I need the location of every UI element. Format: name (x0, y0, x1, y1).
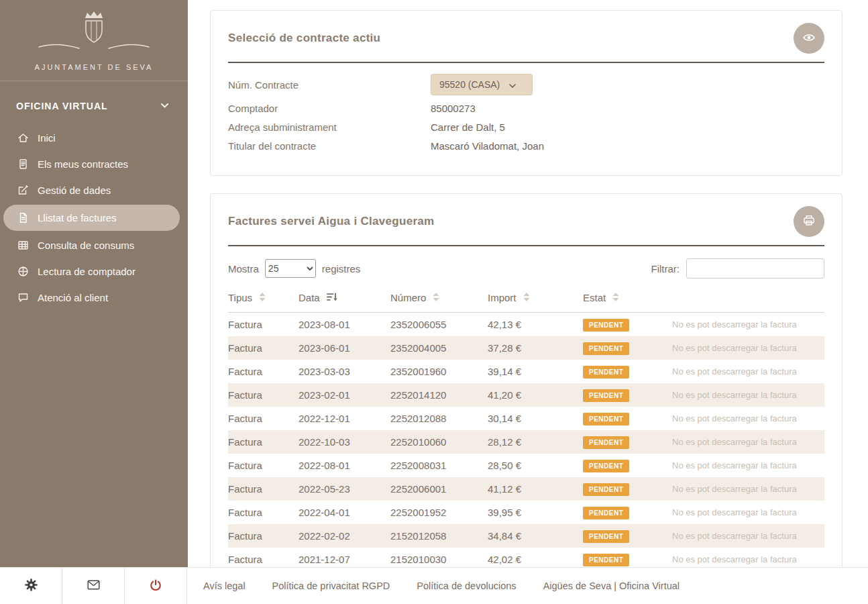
invoice-type-cell: Factura (228, 460, 299, 471)
sort-icon (612, 292, 619, 303)
invoice-type-cell: Factura (228, 507, 299, 518)
sidebar-item-inici[interactable]: Inici (0, 125, 188, 151)
invoice-note-cell: No es pot descarregar la factura (672, 460, 824, 470)
contract-selection-card: Selecció de contracte actiu Núm. Contrac… (210, 10, 843, 176)
sort-icon (259, 292, 266, 303)
sidebar-item-atencio-al-client[interactable]: Atenció al client (0, 285, 188, 311)
sidebar-item-label: Consulta de consums (38, 240, 134, 251)
legal-notice-link[interactable]: Avís legal (203, 581, 246, 591)
invoice-number-cell: 2352001960 (390, 366, 488, 377)
sidebar: AJUNTAMENT DE SEVA OFICINA VIRTUAL Inici (0, 0, 188, 567)
invoice-type-cell: Factura (228, 483, 299, 495)
invoice-number-cell: 2252006001 (390, 483, 488, 495)
sidebar-item-lectura-de-comptador[interactable]: Lectura de comptador (0, 258, 188, 285)
column-label: Estat (583, 292, 606, 303)
settings-button[interactable] (0, 568, 62, 604)
meter-value: 85000273 (431, 103, 476, 114)
invoice-date-cell: 2022-05-23 (299, 483, 390, 495)
invoice-number-cell: 2252014120 (390, 389, 488, 401)
printer-icon (803, 215, 815, 228)
messages-button[interactable] (62, 568, 125, 604)
status-badge: PENDENT (583, 389, 629, 402)
sort-desc-icon (327, 292, 338, 303)
sidebar-nav: Inici Els meus contractes Gestió de dade… (0, 125, 188, 311)
sidebar-item-label: Gestió de dades (38, 185, 111, 196)
invoice-number-cell: 2352004005 (390, 342, 488, 354)
invoice-note-cell: No es pot descarregar la factura (672, 343, 824, 353)
print-invoices-button[interactable] (794, 206, 824, 237)
status-badge: PENDENT (583, 413, 629, 425)
column-header-data[interactable]: Data (299, 292, 390, 303)
eye-icon (802, 32, 816, 45)
status-badge: PENDENT (583, 507, 629, 519)
table-row: Factura 2022-08-01 2252008031 28,50 € PE… (228, 454, 824, 477)
invoice-rows: Factura 2023-08-01 2352006055 42,13 € PE… (228, 313, 824, 567)
oficina-virtual-toggle[interactable]: OFICINA VIRTUAL (0, 81, 188, 115)
status-badge: PENDENT (583, 530, 629, 543)
invoice-type-cell: Factura (228, 389, 299, 401)
contract-icon (17, 158, 29, 170)
status-badge: PENDENT (583, 319, 629, 332)
invoice-type-cell: Factura (228, 436, 299, 448)
invoice-status-cell: PENDENT (583, 530, 672, 543)
invoice-date-cell: 2022-02-02 (299, 530, 390, 542)
sidebar-item-gestio-de-dades[interactable]: Gestió de dades (0, 177, 188, 203)
table-row: Factura 2023-02-01 2252014120 41,20 € PE… (228, 383, 824, 407)
invoice-status-cell: PENDENT (583, 318, 672, 332)
column-header-numero[interactable]: Número (390, 292, 488, 303)
logout-button[interactable] (125, 568, 187, 604)
privacy-policy-link[interactable]: Política de privacitat RGPD (272, 581, 390, 591)
invoice-note-cell: No es pot descarregar la factura (672, 531, 824, 541)
footer-brand: Aigües de Seva | Oficina Virtual (543, 581, 680, 591)
invoice-note-cell: No es pot descarregar la factura (672, 390, 824, 400)
invoice-number-cell: 2252012088 (390, 413, 488, 424)
invoice-note-cell: No es pot descarregar la factura (672, 319, 824, 330)
filter-input[interactable] (686, 258, 824, 279)
invoice-amount-cell: 41,20 € (488, 389, 583, 401)
filter-label: Filtrar: (651, 263, 680, 274)
invoices-card: Factures servei Aigua i Clavegueram Most… (210, 193, 843, 567)
title-divider (228, 245, 824, 246)
invoice-type-cell: Factura (228, 366, 299, 377)
chevron-down-icon (159, 100, 170, 111)
contract-select[interactable]: 95520 (CASA) (431, 74, 533, 95)
status-badge: PENDENT (583, 342, 629, 355)
invoice-status-cell: PENDENT (583, 506, 672, 519)
invoice-type-cell: Factura (228, 342, 299, 354)
status-badge: PENDENT (583, 436, 629, 449)
table-row: Factura 2021-12-07 2152010030 42,02 € PE… (228, 548, 824, 567)
power-icon (150, 579, 162, 593)
column-header-tipus[interactable]: Tipus (228, 292, 299, 303)
title-divider (228, 62, 824, 63)
column-header-estat[interactable]: Estat (583, 292, 672, 303)
sidebar-item-consulta-de-consums[interactable]: Consulta de consums (0, 232, 188, 258)
invoice-status-cell: PENDENT (583, 553, 672, 566)
invoice-note-cell: No es pot descarregar la factura (672, 484, 824, 494)
field-contract-number: Núm. Contracte 95520 (CASA) (228, 74, 824, 95)
invoice-date-cell: 2022-08-01 (299, 460, 390, 471)
invoice-note-cell: No es pot descarregar la factura (672, 437, 824, 447)
town-crest-logo (34, 9, 154, 59)
table-row: Factura 2022-10-03 2252010060 28,12 € PE… (228, 430, 824, 454)
returns-policy-link[interactable]: Política de devolucions (417, 581, 516, 591)
table-row: Factura 2022-05-23 2252006001 41,12 € PE… (228, 477, 824, 501)
invoice-status-cell: PENDENT (583, 459, 672, 472)
sidebar-item-label: Els meus contractes (38, 158, 128, 170)
column-header-import[interactable]: Import (488, 292, 583, 303)
invoice-status-cell: PENDENT (583, 483, 672, 496)
invoice-number-cell: 2152012058 (390, 530, 488, 542)
sidebar-item-llistat-de-factures[interactable]: Llistat de factures (3, 205, 180, 231)
invoice-date-cell: 2022-12-01 (299, 413, 390, 424)
page-size-select[interactable]: 25 (265, 259, 316, 278)
view-contract-details-button[interactable] (794, 23, 824, 54)
invoices-table: Tipus Data Número (228, 292, 824, 567)
edit-icon (17, 185, 29, 196)
invoice-status-cell: PENDENT (583, 342, 672, 355)
invoice-note-cell: No es pot descarregar la factura (672, 413, 824, 423)
field-label: Titular del contracte (228, 140, 431, 152)
contract-select-value: 95520 (CASA) (439, 79, 500, 90)
field-label: Adreça subministrament (228, 121, 431, 133)
table-row: Factura 2023-03-03 2352001960 39,14 € PE… (228, 360, 824, 383)
sidebar-item-els-meus-contractes[interactable]: Els meus contractes (0, 151, 188, 177)
invoice-amount-cell: 37,28 € (488, 342, 583, 354)
